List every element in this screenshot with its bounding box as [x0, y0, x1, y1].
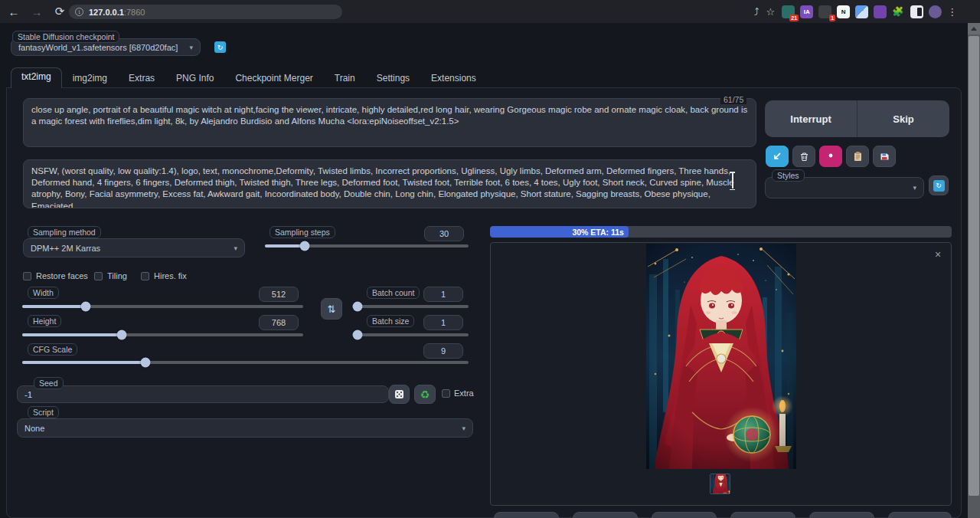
save-style-button[interactable] [873, 146, 896, 167]
screenshot-extension-icon[interactable]: 1 [818, 5, 831, 18]
progress-label: 30% ETA: 11s [572, 228, 629, 237]
chevron-down-icon: ▾ [462, 425, 466, 432]
sampling-method-label: Sampling method [28, 226, 101, 238]
refresh-checkpoint-button[interactable]: ↻ [214, 41, 226, 53]
bottom-button-stub[interactable] [809, 512, 874, 518]
tab-settings[interactable]: Settings [366, 70, 420, 88]
bookmark-star-icon[interactable]: ☆ [766, 6, 776, 18]
progress-fill: 30% ETA: 11s [490, 226, 629, 238]
chevron-down-icon: ▾ [234, 244, 237, 252]
batch-count-label: Batch count [367, 287, 420, 299]
onenote-extension-icon[interactable] [874, 5, 887, 18]
skip-button[interactable]: Skip [858, 100, 949, 137]
tiling-label: Tiling [107, 271, 127, 280]
reuse-seed-button[interactable]: ♻ [414, 385, 436, 404]
bottom-button-stub[interactable] [730, 512, 795, 518]
tab-txt2img[interactable]: txt2img [11, 67, 62, 88]
share-icon[interactable]: ⤴ [754, 6, 760, 18]
restore-faces-checkbox[interactable] [23, 272, 31, 280]
puzzle-extensions-icon[interactable]: 🧩 [892, 6, 903, 17]
width-slider[interactable] [22, 305, 303, 308]
batch-size-label: Batch size [367, 315, 414, 327]
height-label: Height [28, 315, 61, 327]
translate-extension-icon[interactable]: 21 [782, 5, 795, 18]
tiling-checkbox[interactable] [94, 272, 103, 280]
seed-input[interactable]: -1 [17, 385, 389, 403]
close-preview-button[interactable]: × [935, 248, 941, 261]
sidebar-toggle-icon[interactable] [910, 5, 923, 18]
apply-styles-button[interactable] [846, 146, 869, 167]
ia-extension-icon[interactable]: IA [800, 5, 813, 18]
app-window: ← → ⟳ i 127.0.0.1:7860 ⤴ ☆ 21 IA 1 N 🧩 ⋮ [0, 0, 980, 518]
script-value: None [24, 424, 44, 433]
address-bar[interactable]: i 127.0.0.1:7860 [69, 5, 342, 19]
tab-extras[interactable]: Extras [118, 70, 165, 88]
tab-checkpoint-merger[interactable]: Checkpoint Merger [224, 70, 323, 88]
extension-badge: 1 [829, 15, 835, 21]
height-slider[interactable] [22, 333, 303, 336]
notion-extension-icon[interactable]: N [837, 5, 850, 18]
bottom-button-stub[interactable] [494, 512, 559, 518]
floppy-disk-icon [880, 152, 890, 162]
site-info-icon[interactable]: i [75, 8, 83, 16]
tab-img2img[interactable]: img2img [62, 70, 118, 88]
extra-seed-label: Extra [454, 388, 474, 398]
url-host: 127.0.0.1 [89, 8, 124, 17]
tab-train[interactable]: Train [324, 70, 366, 88]
browser-menu-icon[interactable]: ⋮ [947, 6, 957, 18]
refresh-styles-button[interactable]: ↻ [929, 175, 949, 195]
prompt-textarea[interactable]: close up angle, portrait of a beautiful … [23, 98, 756, 147]
hires-fix-checkbox[interactable] [141, 272, 149, 280]
refresh-icon: ↻ [933, 180, 945, 192]
chevron-down-icon: ▾ [913, 184, 916, 192]
cfg-scale-input[interactable]: 9 [423, 343, 463, 359]
profile-avatar[interactable] [929, 5, 942, 18]
bottom-button-stub[interactable] [573, 512, 638, 518]
arrow-down-left-icon [773, 152, 782, 161]
windows-extension-icon[interactable] [855, 5, 868, 18]
sampling-steps-label: Sampling steps [270, 226, 335, 238]
trash-icon [799, 152, 809, 162]
extension-badge: 21 [789, 15, 799, 21]
paste-generation-params-button[interactable] [766, 146, 789, 167]
sampling-method-select[interactable]: DPM++ 2M Karras ▾ [23, 238, 245, 257]
interrupt-button[interactable]: Interrupt [765, 100, 857, 137]
batch-size-input[interactable]: 1 [423, 315, 463, 330]
bottom-button-stub[interactable] [888, 512, 952, 518]
page-scrollbar[interactable] [968, 23, 980, 518]
url-port: :7860 [124, 8, 145, 17]
width-label: Width [28, 287, 59, 299]
cfg-scale-slider[interactable] [22, 361, 469, 364]
bottom-button-stub[interactable] [652, 512, 717, 518]
sampling-steps-input[interactable]: 30 [424, 226, 464, 241]
browser-forward-button[interactable]: → [28, 2, 46, 21]
browser-back-button[interactable]: ← [5, 2, 23, 21]
tab-extensions[interactable]: Extensions [420, 70, 487, 88]
gallery-thumbnail[interactable] [710, 474, 730, 494]
scrollbar-thumb[interactable] [969, 36, 979, 496]
checkpoint-label: Stable Diffusion checkpoint [12, 31, 119, 43]
script-select[interactable]: None ▾ [17, 418, 473, 438]
scrollbar-up-arrow[interactable] [968, 23, 980, 34]
swap-width-height-button[interactable]: ⇅ [321, 298, 342, 320]
tab-png-info[interactable]: PNG Info [165, 70, 224, 88]
height-input[interactable]: 768 [259, 315, 299, 330]
sampling-method-value: DPM++ 2M Karras [31, 244, 100, 253]
random-seed-button[interactable] [389, 385, 410, 404]
extra-networks-button[interactable] [819, 146, 842, 167]
clipboard-icon [853, 151, 863, 162]
batch-size-slider[interactable] [358, 333, 469, 336]
script-label: Script [28, 406, 59, 418]
dice-icon [394, 389, 404, 399]
sampling-steps-slider[interactable] [265, 244, 469, 248]
chevron-down-icon: ▾ [189, 44, 193, 51]
width-input[interactable]: 512 [259, 287, 299, 302]
batch-count-slider[interactable] [358, 305, 469, 308]
clear-prompt-button[interactable] [792, 146, 815, 167]
extra-seed-checkbox[interactable] [442, 389, 450, 398]
seed-label: Seed [34, 377, 64, 389]
negative-prompt-textarea[interactable]: NSFW, (worst quality, low quality:1.4), … [23, 159, 756, 208]
browser-reload-button[interactable]: ⟳ [51, 2, 69, 21]
generated-image-preview[interactable] [646, 244, 796, 469]
batch-count-input[interactable]: 1 [423, 287, 463, 302]
